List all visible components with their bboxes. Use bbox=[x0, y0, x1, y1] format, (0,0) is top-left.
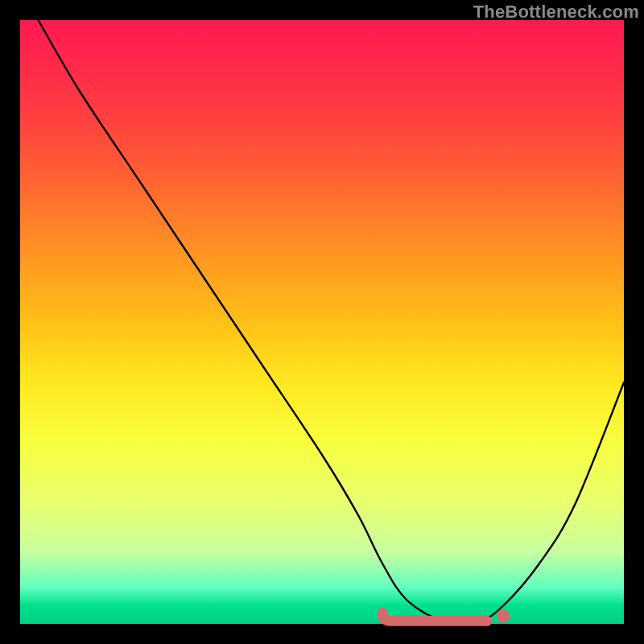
valley-marker bbox=[382, 613, 487, 621]
plot-area bbox=[20, 20, 624, 624]
bottleneck-curve bbox=[39, 20, 625, 623]
chart-frame: TheBottleneck.com bbox=[0, 0, 644, 644]
valley-dot bbox=[497, 609, 510, 622]
watermark-text: TheBottleneck.com bbox=[473, 2, 639, 23]
chart-svg bbox=[20, 20, 624, 624]
